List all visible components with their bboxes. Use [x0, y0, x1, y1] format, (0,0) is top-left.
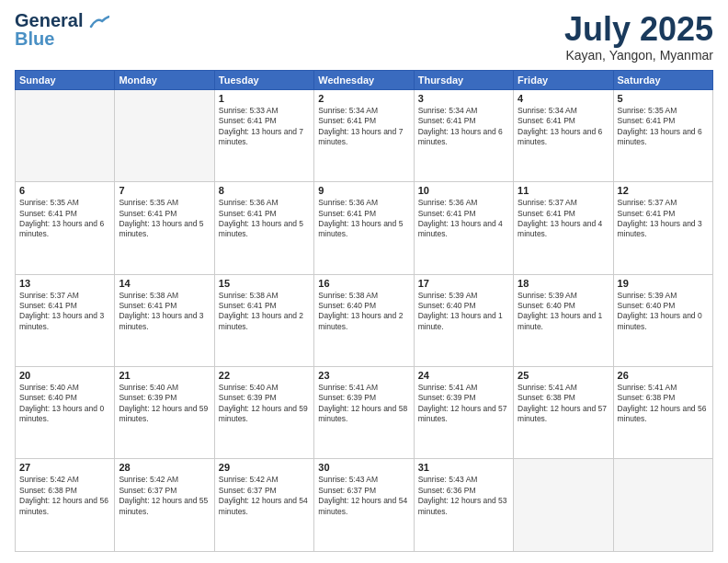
day-number: 20 [19, 370, 110, 381]
location: Kayan, Yangon, Myanmar [564, 48, 713, 63]
day-info: Sunrise: 5:42 AM Sunset: 6:38 PM Dayligh… [19, 475, 110, 517]
day-info: Sunrise: 5:41 AM Sunset: 6:39 PM Dayligh… [318, 383, 409, 425]
day-info: Sunrise: 5:39 AM Sunset: 6:40 PM Dayligh… [618, 291, 709, 333]
day-number: 21 [119, 370, 210, 381]
day-info: Sunrise: 5:34 AM Sunset: 6:41 PM Dayligh… [318, 106, 409, 148]
calendar-cell: 31Sunrise: 5:43 AM Sunset: 6:36 PM Dayli… [414, 459, 513, 552]
weekday-header-wednesday: Wednesday [314, 70, 414, 89]
calendar-cell: 16Sunrise: 5:38 AM Sunset: 6:40 PM Dayli… [314, 274, 414, 366]
day-number: 1 [219, 93, 310, 104]
day-info: Sunrise: 5:40 AM Sunset: 6:40 PM Dayligh… [19, 383, 110, 425]
day-number: 10 [418, 185, 509, 196]
calendar-cell: 14Sunrise: 5:38 AM Sunset: 6:41 PM Dayli… [115, 274, 214, 366]
calendar-cell: 27Sunrise: 5:42 AM Sunset: 6:38 PM Dayli… [16, 459, 115, 552]
day-number: 24 [418, 370, 509, 381]
day-number: 26 [618, 370, 709, 381]
day-number: 3 [418, 93, 509, 104]
weekday-header-monday: Monday [115, 70, 214, 89]
day-number: 12 [618, 185, 709, 196]
calendar-cell: 12Sunrise: 5:37 AM Sunset: 6:41 PM Dayli… [613, 182, 712, 274]
day-number: 13 [19, 278, 110, 289]
day-info: Sunrise: 5:38 AM Sunset: 6:41 PM Dayligh… [219, 291, 310, 333]
day-info: Sunrise: 5:36 AM Sunset: 6:41 PM Dayligh… [219, 198, 310, 240]
calendar-cell: 13Sunrise: 5:37 AM Sunset: 6:41 PM Dayli… [16, 274, 115, 366]
calendar-cell: 23Sunrise: 5:41 AM Sunset: 6:39 PM Dayli… [314, 367, 414, 459]
day-number: 28 [119, 462, 210, 473]
day-info: Sunrise: 5:39 AM Sunset: 6:40 PM Dayligh… [518, 291, 609, 333]
day-info: Sunrise: 5:37 AM Sunset: 6:41 PM Dayligh… [618, 198, 709, 240]
calendar-cell: 2Sunrise: 5:34 AM Sunset: 6:41 PM Daylig… [314, 89, 414, 181]
day-info: Sunrise: 5:41 AM Sunset: 6:39 PM Dayligh… [418, 383, 509, 425]
calendar-cell: 5Sunrise: 5:35 AM Sunset: 6:41 PM Daylig… [613, 89, 712, 181]
day-number: 18 [518, 278, 609, 289]
day-info: Sunrise: 5:42 AM Sunset: 6:37 PM Dayligh… [219, 475, 310, 517]
day-info: Sunrise: 5:43 AM Sunset: 6:37 PM Dayligh… [318, 475, 409, 517]
day-number: 11 [518, 185, 609, 196]
calendar-cell: 10Sunrise: 5:36 AM Sunset: 6:41 PM Dayli… [414, 182, 513, 274]
day-number: 19 [618, 278, 709, 289]
calendar-cell: 7Sunrise: 5:35 AM Sunset: 6:41 PM Daylig… [115, 182, 214, 274]
calendar-cell: 26Sunrise: 5:41 AM Sunset: 6:38 PM Dayli… [613, 367, 712, 459]
day-number: 27 [19, 462, 110, 473]
calendar-cell: 1Sunrise: 5:33 AM Sunset: 6:41 PM Daylig… [214, 89, 313, 181]
calendar-week-2: 6Sunrise: 5:35 AM Sunset: 6:41 PM Daylig… [16, 182, 713, 274]
day-info: Sunrise: 5:42 AM Sunset: 6:37 PM Dayligh… [119, 475, 210, 517]
calendar-week-3: 13Sunrise: 5:37 AM Sunset: 6:41 PM Dayli… [16, 274, 713, 366]
weekday-header-tuesday: Tuesday [214, 70, 313, 89]
day-number: 29 [219, 462, 310, 473]
day-info: Sunrise: 5:34 AM Sunset: 6:41 PM Dayligh… [518, 106, 609, 148]
day-number: 7 [119, 185, 210, 196]
weekday-header-thursday: Thursday [414, 70, 513, 89]
calendar-cell: 25Sunrise: 5:41 AM Sunset: 6:38 PM Dayli… [514, 367, 613, 459]
logo-blue: Blue [15, 29, 54, 48]
calendar-cell: 19Sunrise: 5:39 AM Sunset: 6:40 PM Dayli… [613, 274, 712, 366]
day-info: Sunrise: 5:37 AM Sunset: 6:41 PM Dayligh… [19, 291, 110, 333]
calendar-cell: 29Sunrise: 5:42 AM Sunset: 6:37 PM Dayli… [214, 459, 313, 552]
day-number: 2 [318, 93, 409, 104]
calendar-week-4: 20Sunrise: 5:40 AM Sunset: 6:40 PM Dayli… [16, 367, 713, 459]
calendar-cell: 11Sunrise: 5:37 AM Sunset: 6:41 PM Dayli… [514, 182, 613, 274]
day-number: 22 [219, 370, 310, 381]
day-info: Sunrise: 5:39 AM Sunset: 6:40 PM Dayligh… [418, 291, 509, 333]
day-info: Sunrise: 5:40 AM Sunset: 6:39 PM Dayligh… [219, 383, 310, 425]
day-info: Sunrise: 5:36 AM Sunset: 6:41 PM Dayligh… [318, 198, 409, 240]
day-number: 31 [418, 462, 509, 473]
calendar-cell: 4Sunrise: 5:34 AM Sunset: 6:41 PM Daylig… [514, 89, 613, 181]
calendar-header-row: SundayMondayTuesdayWednesdayThursdayFrid… [16, 70, 713, 89]
day-number: 25 [518, 370, 609, 381]
day-number: 14 [119, 278, 210, 289]
weekday-header-sunday: Sunday [16, 70, 115, 89]
day-number: 9 [318, 185, 409, 196]
day-number: 23 [318, 370, 409, 381]
day-number: 17 [418, 278, 509, 289]
day-number: 30 [318, 462, 409, 473]
day-info: Sunrise: 5:33 AM Sunset: 6:41 PM Dayligh… [219, 106, 310, 148]
calendar-cell [115, 89, 214, 181]
day-info: Sunrise: 5:43 AM Sunset: 6:36 PM Dayligh… [418, 475, 509, 517]
calendar-cell: 21Sunrise: 5:40 AM Sunset: 6:39 PM Dayli… [115, 367, 214, 459]
calendar-week-5: 27Sunrise: 5:42 AM Sunset: 6:38 PM Dayli… [16, 459, 713, 552]
day-number: 4 [518, 93, 609, 104]
day-info: Sunrise: 5:35 AM Sunset: 6:41 PM Dayligh… [618, 106, 709, 148]
calendar-cell: 3Sunrise: 5:34 AM Sunset: 6:41 PM Daylig… [414, 89, 513, 181]
day-info: Sunrise: 5:41 AM Sunset: 6:38 PM Dayligh… [618, 383, 709, 425]
day-info: Sunrise: 5:36 AM Sunset: 6:41 PM Dayligh… [418, 198, 509, 240]
calendar-cell: 20Sunrise: 5:40 AM Sunset: 6:40 PM Dayli… [16, 367, 115, 459]
month-title: July 2025 [564, 11, 713, 48]
day-info: Sunrise: 5:34 AM Sunset: 6:41 PM Dayligh… [418, 106, 509, 148]
day-info: Sunrise: 5:35 AM Sunset: 6:41 PM Dayligh… [119, 198, 210, 240]
logo-bird-icon [89, 16, 109, 29]
day-info: Sunrise: 5:38 AM Sunset: 6:40 PM Dayligh… [318, 291, 409, 333]
calendar-cell: 8Sunrise: 5:36 AM Sunset: 6:41 PM Daylig… [214, 182, 313, 274]
calendar-cell: 17Sunrise: 5:39 AM Sunset: 6:40 PM Dayli… [414, 274, 513, 366]
calendar-cell [613, 459, 712, 552]
calendar-cell: 15Sunrise: 5:38 AM Sunset: 6:41 PM Dayli… [214, 274, 313, 366]
day-info: Sunrise: 5:41 AM Sunset: 6:38 PM Dayligh… [518, 383, 609, 425]
calendar-table: SundayMondayTuesdayWednesdayThursdayFrid… [15, 70, 713, 552]
day-info: Sunrise: 5:38 AM Sunset: 6:41 PM Dayligh… [119, 291, 210, 333]
calendar-cell [514, 459, 613, 552]
title-section: July 2025 Kayan, Yangon, Myanmar [564, 11, 713, 63]
day-info: Sunrise: 5:37 AM Sunset: 6:41 PM Dayligh… [518, 198, 609, 240]
day-info: Sunrise: 5:35 AM Sunset: 6:41 PM Dayligh… [19, 198, 110, 240]
calendar-week-1: 1Sunrise: 5:33 AM Sunset: 6:41 PM Daylig… [16, 89, 713, 181]
